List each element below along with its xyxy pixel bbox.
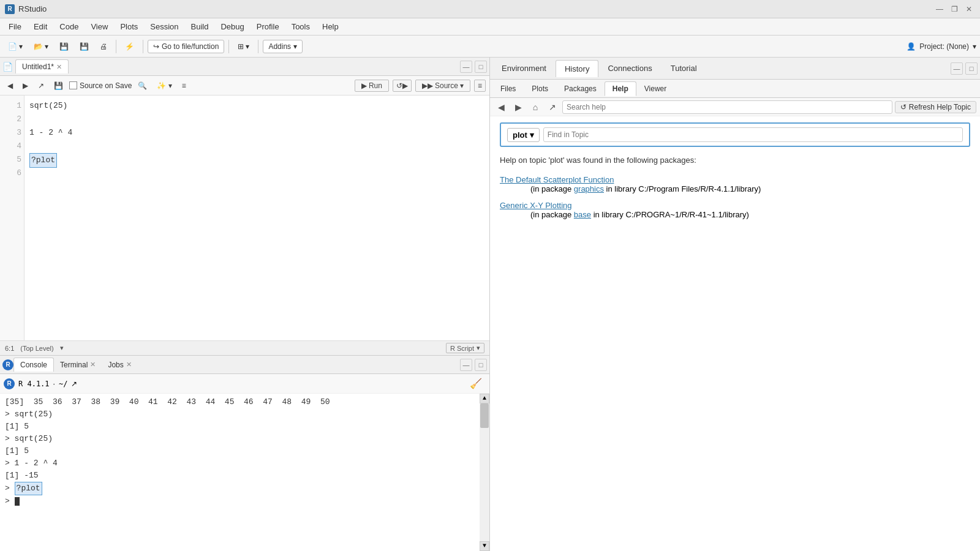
help-result-2: Generic X-Y Plotting (in package base in… [500,201,970,219]
menu-build[interactable]: Build [185,20,215,34]
find-replace-button[interactable]: 🔍 [134,80,151,92]
plot-dropdown-button[interactable]: plot ▾ [507,128,540,142]
help-result-2-link[interactable]: Generic X-Y Plotting [500,201,572,210]
new-file-dropdown[interactable]: ▾ [19,42,23,51]
right-maximize-button[interactable]: □ [965,62,978,75]
go-to-file-button[interactable]: ↪ Go to file/function [148,40,224,53]
subtab-packages[interactable]: Packages [556,81,605,96]
editor-minimize-button[interactable]: — [460,61,472,73]
graphics-link[interactable]: graphics [574,184,604,193]
source-button[interactable]: ⚡ [121,40,138,53]
console-tab-console[interactable]: Console [13,358,54,372]
menu-edit[interactable]: Edit [28,20,53,34]
menu-view[interactable]: View [85,20,114,34]
scroll-thumb[interactable] [480,403,489,428]
addins-label: Addins [268,42,291,51]
code-content[interactable]: sqrt(25) 1 - 2 ^ 4 ?plot [24,96,489,340]
console-content[interactable]: [35] 35 36 37 38 39 40 41 42 43 44 45 46… [0,394,489,551]
source-dropdown-icon[interactable]: ▾ [460,81,464,90]
console-maximize-button[interactable]: □ [475,359,487,371]
find-in-topic-input[interactable] [543,127,963,142]
menu-file[interactable]: File [2,20,28,34]
forward-button[interactable]: ▶ [19,80,32,92]
console-line-6: > 1 - 2 ^ 4 [5,457,484,470]
save-icon: 💾 [59,42,69,51]
options-button[interactable]: ≡ [474,80,486,92]
new-file-button[interactable]: 📄 ▾ [4,40,27,53]
console-scrollbar[interactable]: ▲ ▼ [480,394,489,551]
save-file-button[interactable]: 💾 [50,80,67,92]
console-line-4: > sqrt(25) [5,433,484,445]
run-button[interactable]: ▶ Run [355,80,389,92]
scroll-track [480,403,489,541]
menu-profile[interactable]: Profile [251,20,285,34]
tab-environment[interactable]: Environment [492,59,556,77]
help-result-1-link[interactable]: The Default Scatterplot Function [500,175,614,184]
context-dropdown-icon[interactable]: ▾ [60,344,64,352]
refresh-help-button[interactable]: ↺ Refresh Help Topic [895,101,976,113]
print-button[interactable]: 🖨 [96,40,111,53]
menu-plots[interactable]: Plots [114,20,144,34]
menu-tools[interactable]: Tools [285,20,316,34]
layout-button[interactable]: ⊞ ▾ [233,40,254,53]
editor-tab-untitled1[interactable]: Untitled1* ✕ [15,59,69,73]
scroll-down-button[interactable]: ▼ [480,541,489,551]
r-path-label: ~/ [59,380,67,388]
menu-debug[interactable]: Debug [214,20,250,34]
source-run-button[interactable]: ▶▶ Source ▾ [415,80,470,92]
menu-session[interactable]: Session [144,20,184,34]
show-in-new-window-button[interactable]: ↗ [34,80,48,92]
tab-tutorial[interactable]: Tutorial [662,59,706,77]
close-window-button[interactable]: ✕ [963,3,975,15]
package-rest-2: in library C:/PROGRA~1/R/R-41~1.1/librar… [591,210,749,219]
menu-code[interactable]: Code [53,20,85,34]
code-line-2 [29,113,484,126]
editor-maximize-button[interactable]: □ [475,61,487,73]
r-version-icon: R [4,378,15,389]
console-minimize-button[interactable]: — [460,359,472,371]
open-dropdown[interactable]: ▾ [45,42,48,51]
subtab-viewer[interactable]: Viewer [636,81,674,96]
help-search-input[interactable] [562,100,892,114]
close-tab-icon[interactable]: ✕ [56,63,62,71]
help-home-button[interactable]: ⌂ [528,100,543,114]
subtab-help[interactable]: Help [605,81,636,96]
source-on-save-checkbox[interactable] [69,81,77,89]
compile-report-button[interactable]: ≡ [178,80,190,92]
layout-dropdown[interactable]: ▾ [246,42,249,51]
console-tab-terminal[interactable]: Terminal ✕ [54,358,102,372]
script-type-dropdown[interactable]: ▾ [477,344,480,352]
help-forward-button[interactable]: ▶ [511,100,526,114]
help-back-button[interactable]: ◀ [494,100,508,114]
right-minimize-button[interactable]: — [951,62,963,75]
minimize-window-button[interactable]: — [933,3,946,15]
console-line-8: > ?plot [5,482,484,495]
console-line-7: [1] -15 [5,470,484,482]
restore-window-button[interactable]: ❐ [948,3,960,15]
environment-tab-label: Environment [502,64,546,73]
code-editor[interactable]: 1 2 3 4 5 6 sqrt(25) 1 - 2 ^ 4 ?plot [0,96,489,340]
base-link[interactable]: base [574,210,591,219]
tab-history[interactable]: History [556,60,598,77]
tab-connections[interactable]: Connections [598,59,661,77]
open-file-button[interactable]: 📂 ▾ [29,40,53,53]
scroll-up-button[interactable]: ▲ [480,394,489,403]
help-external-button[interactable]: ↗ [545,100,560,114]
addins-button[interactable]: Addins ▾ [263,40,303,53]
line-num-6: 6 [2,167,21,180]
r-path-link-icon[interactable]: ↗ [71,380,77,388]
subtab-plots[interactable]: Plots [524,81,556,96]
save-all-button[interactable]: 💾 [75,40,93,53]
clear-console-button[interactable]: 🧹 [466,376,486,391]
terminal-close-icon[interactable]: ✕ [90,361,96,369]
menu-help[interactable]: Help [316,20,345,34]
re-run-button[interactable]: ↺▶ [393,80,412,92]
project-dropdown-icon[interactable]: ▾ [973,42,976,51]
jobs-close-icon[interactable]: ✕ [126,361,132,369]
console-tab-jobs[interactable]: Jobs ✕ [102,358,137,372]
back-button[interactable]: ◀ [4,80,17,92]
subtab-files[interactable]: Files [492,81,524,96]
script-type-badge[interactable]: R Script ▾ [446,343,484,353]
code-tools-button[interactable]: ✨ ▾ [153,80,175,92]
save-button[interactable]: 💾 [55,40,73,53]
